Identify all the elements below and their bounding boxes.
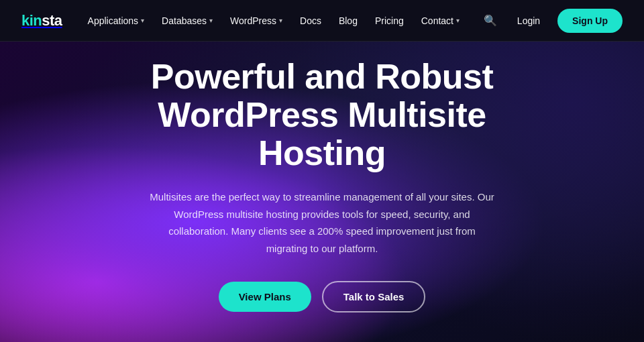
search-icon[interactable]: 🔍 bbox=[481, 11, 500, 30]
nav-label-pricing: Pricing bbox=[375, 15, 404, 26]
chevron-down-icon: ▾ bbox=[456, 17, 460, 24]
nav-item-databases[interactable]: Databases ▾ bbox=[155, 11, 219, 30]
nav-label-wordpress: WordPress bbox=[230, 15, 276, 26]
nav-links: Applications ▾ Databases ▾ WordPress ▾ D… bbox=[81, 11, 466, 30]
navbar-right: 🔍 Login Sign Up bbox=[481, 9, 623, 33]
chevron-down-icon: ▾ bbox=[209, 17, 213, 24]
logo[interactable]: kinsta bbox=[21, 12, 62, 30]
nav-item-applications[interactable]: Applications ▾ bbox=[81, 11, 152, 30]
nav-label-databases: Databases bbox=[162, 15, 207, 26]
hero-content: Powerful and Robust WordPress Multisite … bbox=[107, 58, 537, 313]
login-button[interactable]: Login bbox=[511, 11, 547, 30]
signup-button[interactable]: Sign Up bbox=[557, 9, 623, 33]
hero-buttons: View Plans Talk to Sales bbox=[107, 281, 537, 312]
hero-section: Powerful and Robust WordPress Multisite … bbox=[0, 42, 644, 342]
hero-subtitle: Multisites are the perfect way to stream… bbox=[148, 188, 496, 257]
nav-label-applications: Applications bbox=[88, 15, 139, 26]
nav-item-docs[interactable]: Docs bbox=[293, 11, 328, 30]
view-plans-button[interactable]: View Plans bbox=[219, 282, 311, 312]
nav-item-blog[interactable]: Blog bbox=[332, 11, 364, 30]
nav-label-docs: Docs bbox=[300, 15, 321, 26]
navbar-left: kinsta Applications ▾ Databases ▾ WordPr… bbox=[21, 11, 466, 30]
nav-item-wordpress[interactable]: WordPress ▾ bbox=[223, 11, 289, 30]
nav-label-blog: Blog bbox=[339, 15, 358, 26]
nav-item-pricing[interactable]: Pricing bbox=[368, 11, 411, 30]
hero-title: Powerful and Robust WordPress Multisite … bbox=[107, 58, 537, 173]
chevron-down-icon: ▾ bbox=[279, 17, 282, 24]
chevron-down-icon: ▾ bbox=[141, 17, 144, 24]
nav-label-contact: Contact bbox=[421, 15, 453, 26]
talk-to-sales-button[interactable]: Talk to Sales bbox=[322, 281, 426, 312]
nav-item-contact[interactable]: Contact ▾ bbox=[415, 11, 466, 30]
navbar: kinsta Applications ▾ Databases ▾ WordPr… bbox=[0, 0, 644, 42]
logo-text: kinsta bbox=[21, 12, 62, 30]
